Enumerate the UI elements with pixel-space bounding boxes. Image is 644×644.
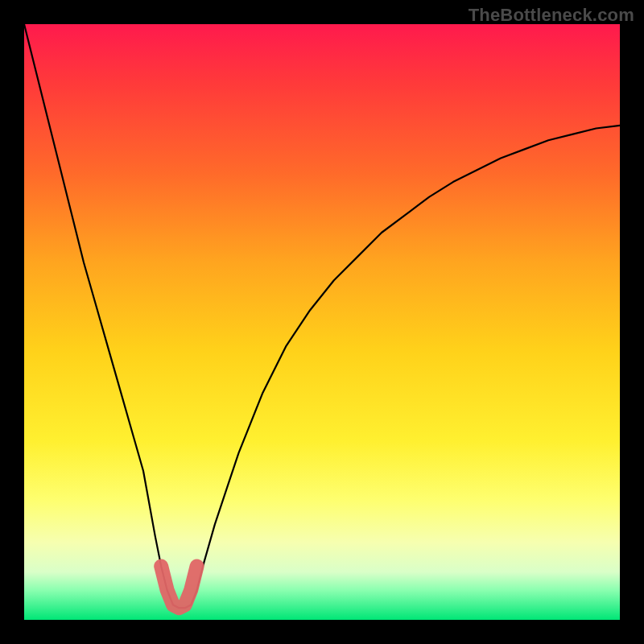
curve-layer xyxy=(24,24,620,620)
plot-area xyxy=(24,24,620,620)
bottleneck-curve xyxy=(24,24,620,608)
min-region-highlight xyxy=(161,566,196,608)
chart-frame: TheBottleneck.com xyxy=(0,0,644,644)
watermark-text: TheBottleneck.com xyxy=(469,5,634,26)
